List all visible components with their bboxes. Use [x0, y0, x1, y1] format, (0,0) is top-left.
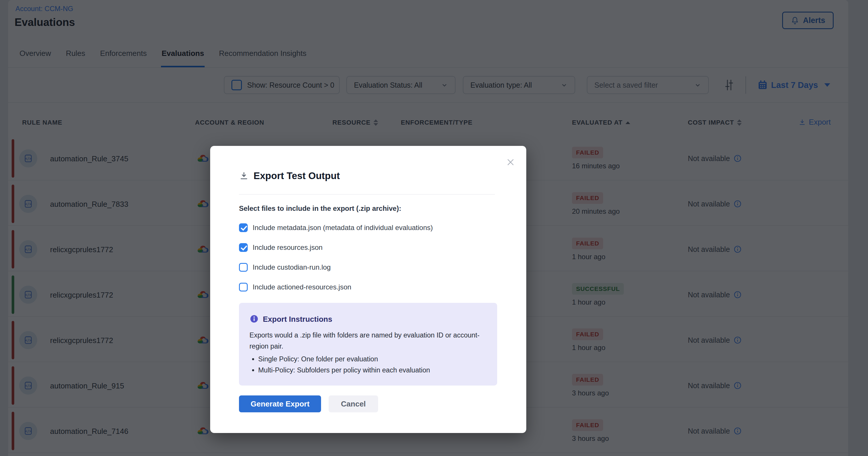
info-bubble-icon: [249, 314, 259, 324]
checkbox-unchecked[interactable]: [239, 283, 248, 292]
modal-title: Export Test Output: [253, 170, 340, 181]
export-option[interactable]: Include actioned-resources.json: [239, 279, 495, 295]
export-option-label: Include metadata.json (metadata of indiv…: [253, 224, 433, 232]
instruction-bullet: Multi-Policy: Subfolders per policy with…: [258, 365, 487, 376]
instruction-bullet: Single Policy: One folder per evaluation: [258, 354, 487, 365]
close-icon[interactable]: [505, 157, 516, 168]
instructions-bullets: Single Policy: One folder per evaluation…: [249, 354, 487, 376]
export-options: Include metadata.json (metadata of indiv…: [239, 220, 495, 295]
export-instructions-box: Export Instructions Exports would a .zip…: [239, 303, 497, 386]
instructions-body: Exports would a .zip file with folders a…: [249, 330, 488, 352]
generate-export-button[interactable]: Generate Export: [239, 395, 321, 412]
checkbox-unchecked[interactable]: [239, 263, 248, 272]
download-icon: [239, 171, 249, 181]
cancel-button[interactable]: Cancel: [329, 395, 378, 412]
divider: [239, 194, 495, 194]
export-option[interactable]: Include custodian-run.log: [239, 260, 495, 275]
instructions-title: Export Instructions: [263, 315, 332, 324]
select-files-label: Select files to include in the export (.…: [239, 205, 495, 213]
export-option[interactable]: Include metadata.json (metadata of indiv…: [239, 220, 495, 235]
checkbox-checked[interactable]: [239, 243, 248, 252]
export-option-label: Include custodian-run.log: [253, 263, 331, 271]
export-option-label: Include actioned-resources.json: [253, 283, 351, 291]
checkbox-checked[interactable]: [239, 223, 248, 232]
export-option[interactable]: Include resources.json: [239, 240, 495, 255]
export-modal: Export Test Output Select files to inclu…: [210, 146, 526, 433]
export-option-label: Include resources.json: [253, 243, 322, 251]
